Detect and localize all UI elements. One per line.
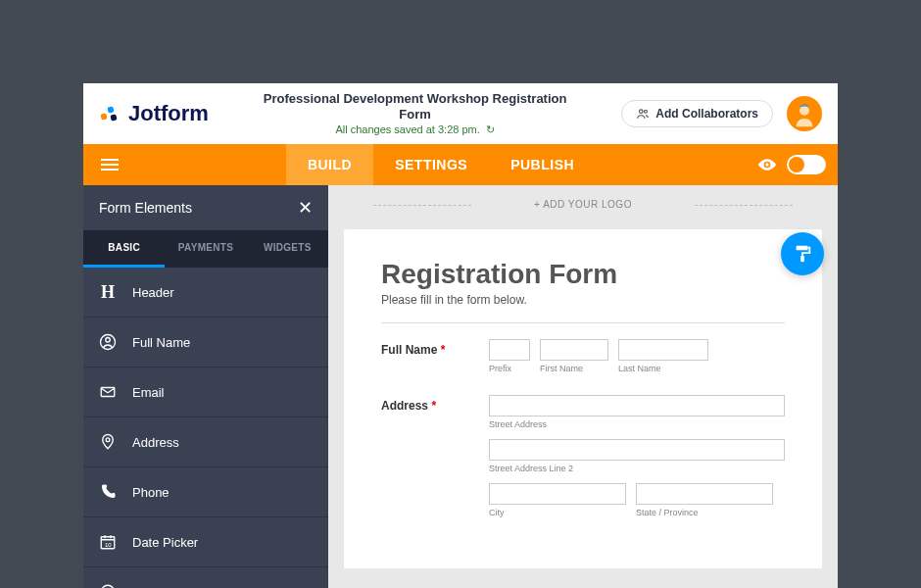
label-text: Address [381, 399, 428, 413]
state-input[interactable] [636, 483, 773, 505]
preview-toggle[interactable] [787, 155, 826, 174]
required-mark: * [441, 343, 446, 357]
nav-right [757, 155, 826, 174]
add-logo-button[interactable]: + ADD YOUR LOGO [344, 185, 822, 223]
element-time[interactable]: Time [83, 567, 328, 588]
element-email[interactable]: Email [83, 368, 328, 417]
save-status-text: All changes saved at 3:28 pm. [335, 123, 479, 135]
sidebar-title: Form Elements [99, 200, 192, 216]
tab-build[interactable]: BUILD [286, 144, 373, 185]
close-icon[interactable]: ✕ [298, 197, 313, 219]
paint-roller-icon [792, 243, 813, 265]
element-label: Full Name [132, 335, 190, 350]
firstname-input[interactable] [540, 339, 608, 361]
header-form-title[interactable]: Professional Development Workshop Regist… [259, 91, 572, 122]
preview-icon[interactable] [757, 155, 777, 174]
form-subheading[interactable]: Please fill in the form below. [381, 293, 785, 307]
sidebar-tabs: BASIC PAYMENTS WIDGETS [83, 230, 328, 268]
element-address[interactable]: Address [83, 417, 328, 467]
element-label: Address [132, 435, 179, 450]
svg-rect-0 [100, 113, 107, 120]
svg-rect-1 [107, 106, 114, 113]
sublabel-state: State / Province [636, 508, 773, 517]
tab-publish[interactable]: PUBLISH [489, 144, 596, 185]
sidebar-tab-basic[interactable]: BASIC [83, 230, 165, 268]
sidebar-tab-payments[interactable]: PAYMENTS [165, 230, 246, 268]
sublabel-last: Last Name [618, 364, 708, 373]
lastname-input[interactable] [618, 339, 708, 361]
svg-point-6 [765, 163, 768, 166]
logo-icon [99, 102, 122, 125]
sidebar: Form Elements ✕ BASIC PAYMENTS WIDGETS H… [83, 185, 328, 588]
add-collaborators-button[interactable]: Add Collaborators [621, 100, 773, 127]
toggle-knob [789, 157, 804, 172]
svg-rect-15 [800, 256, 804, 262]
avatar-icon [790, 99, 819, 128]
logo[interactable]: Jotform [99, 101, 209, 126]
element-label: Date Picker [132, 535, 198, 550]
label-text: Full Name [381, 343, 437, 357]
svg-point-3 [640, 110, 644, 114]
tabs-container: BUILD SETTINGS PUBLISH [124, 144, 757, 185]
address-label: Address * [381, 395, 489, 517]
collaborators-icon [636, 107, 650, 121]
mail-icon [97, 381, 119, 403]
element-header[interactable]: H Header [83, 268, 328, 318]
required-mark: * [431, 399, 436, 413]
fullname-inputs: Prefix First Name Last Name [489, 339, 785, 373]
sublabel-first: First Name [540, 364, 608, 373]
user-icon [97, 331, 119, 353]
hamburger-icon[interactable] [95, 153, 124, 176]
svg-text:10: 10 [105, 542, 112, 548]
element-label: Header [132, 285, 174, 300]
prefix-input[interactable] [489, 339, 530, 361]
street2-input[interactable] [489, 439, 785, 461]
svg-point-8 [106, 338, 111, 343]
divider [381, 322, 785, 323]
header-icon: H [97, 281, 119, 303]
element-label: Phone [132, 485, 170, 500]
address-inputs: Street Address Street Address Line 2 [489, 395, 785, 517]
city-input[interactable] [489, 483, 626, 505]
phone-icon [97, 481, 119, 503]
element-phone[interactable]: Phone [83, 467, 328, 517]
sidebar-header: Form Elements ✕ [83, 185, 328, 230]
elements-list: H Header Full Name Email [83, 268, 328, 588]
refresh-icon[interactable]: ↻ [486, 123, 495, 135]
paint-roller-button[interactable] [781, 232, 824, 275]
sublabel-prefix: Prefix [489, 364, 530, 373]
element-fullname[interactable]: Full Name [83, 318, 328, 368]
calendar-icon: 10 [97, 531, 119, 553]
field-fullname[interactable]: Full Name * Prefix First Name [381, 339, 785, 373]
workspace: Form Elements ✕ BASIC PAYMENTS WIDGETS H… [83, 185, 838, 588]
element-label: Time [132, 585, 160, 589]
svg-point-4 [645, 110, 648, 113]
user-avatar[interactable] [787, 96, 822, 131]
sidebar-tab-widgets[interactable]: WIDGETS [247, 230, 328, 268]
element-datepicker[interactable]: 10 Date Picker [83, 517, 328, 567]
sublabel-city: City [489, 508, 626, 517]
svg-rect-2 [110, 114, 117, 121]
sublabel-street2: Street Address Line 2 [489, 464, 785, 473]
save-status: All changes saved at 3:28 pm. ↻ [209, 123, 621, 136]
svg-point-5 [800, 106, 809, 116]
canvas: + ADD YOUR LOGO Registration Form Please… [328, 185, 838, 588]
form-heading[interactable]: Registration Form [381, 259, 785, 290]
nav-tabs: BUILD SETTINGS PUBLISH [83, 144, 838, 185]
header-center: Professional Development Workshop Regist… [209, 91, 621, 136]
tab-settings[interactable]: SETTINGS [373, 144, 489, 185]
pin-icon [97, 431, 119, 453]
logo-text: Jotform [128, 101, 209, 126]
clock-icon [97, 581, 119, 588]
svg-point-10 [106, 438, 110, 442]
app-window: Jotform Professional Development Worksho… [83, 83, 838, 588]
svg-rect-14 [797, 246, 808, 251]
sublabel-street: Street Address [489, 419, 785, 429]
street-input[interactable] [489, 395, 785, 416]
element-label: Email [132, 385, 165, 400]
form-card: Registration Form Please fill in the for… [344, 229, 822, 568]
collab-label: Add Collaborators [655, 107, 758, 121]
header: Jotform Professional Development Worksho… [83, 83, 838, 144]
fullname-label: Full Name * [381, 339, 489, 373]
field-address[interactable]: Address * Street Address [381, 395, 785, 517]
